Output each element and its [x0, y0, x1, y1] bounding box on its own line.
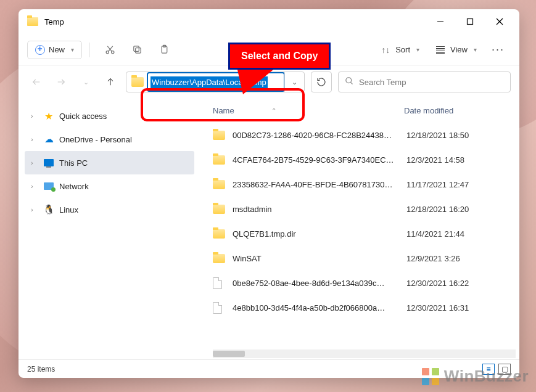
file-name: 4e8bb100-3d45-4f4a-a50b-db2f066800a… [233, 303, 406, 312]
file-row[interactable]: 0be8e752-08ae-4bee-8d6d-9e134a039c…12/30… [213, 271, 516, 295]
file-name: 4CFAE764-2B75-4529-9C63-3F9A7340EC… [233, 155, 406, 165]
folder-icon [213, 180, 226, 189]
cut-button[interactable] [97, 40, 122, 60]
back-button[interactable] [27, 73, 46, 91]
file-icon [213, 277, 226, 289]
file-row[interactable]: 00D82C73-1286-4020-96C8-FC28B24438…12/18… [213, 123, 516, 147]
file-name: QLQE7B1.tmp.dir [233, 229, 406, 239]
title-bar: Temp [19, 9, 519, 34]
chevron-down-icon: ▾ [71, 46, 74, 53]
separator [89, 43, 90, 57]
sort-indicator-icon: ⌃ [271, 107, 276, 114]
new-label: New [49, 45, 65, 54]
file-row[interactable]: 4e8bb100-3d45-4f4a-a50b-db2f066800a…12/3… [213, 295, 516, 320]
view-button[interactable]: View ▾ [428, 40, 483, 60]
file-rows[interactable]: 00D82C73-1286-4020-96C8-FC28B24438…12/18… [200, 123, 519, 349]
refresh-button[interactable] [311, 71, 332, 92]
file-date: 12/30/2021 16:31 [406, 303, 516, 312]
file-date: 11/17/2021 12:47 [406, 180, 516, 189]
sidebar-item-label: Network [59, 182, 89, 191]
file-name: msdtadmin [233, 205, 406, 214]
file-name: WinSAT [233, 254, 406, 263]
file-name: 00D82C73-1286-4020-96C8-FC28B24438… [233, 131, 406, 140]
sort-button[interactable]: ↑↓ Sort ▾ [373, 40, 426, 60]
window-title: Temp [44, 17, 64, 27]
paste-button[interactable] [152, 40, 176, 60]
chevron-right-icon: › [31, 136, 38, 143]
annotation-label: Select and Copy [228, 43, 331, 70]
watermark-logo-icon [422, 368, 439, 385]
scrollbar-thumb[interactable] [213, 351, 245, 357]
svg-rect-9 [133, 46, 139, 52]
recent-button[interactable]: ⌄ [76, 73, 95, 91]
chevron-down-icon: ⌄ [292, 78, 297, 86]
file-row[interactable]: WinSAT12/9/2021 3:26 [213, 246, 516, 271]
view-label: View [450, 45, 468, 54]
svg-line-6 [108, 46, 112, 52]
sidebar-item-onedrive[interactable]: › ☁ OneDrive - Personal [25, 128, 194, 151]
file-date: 12/30/2021 16:22 [406, 279, 516, 288]
close-button[interactable] [485, 9, 514, 34]
chevron-down-icon: ▾ [416, 46, 419, 53]
more-button[interactable]: ··· [485, 39, 511, 60]
file-name: 23358632-FA4A-40FE-BFDE-4B60781730… [233, 180, 406, 189]
sort-label: Sort [395, 45, 410, 54]
sidebar-item-network[interactable]: › Network [25, 174, 194, 198]
search-input[interactable] [359, 78, 504, 87]
monitor-icon [43, 157, 54, 168]
forward-button[interactable] [52, 73, 70, 91]
plus-circle-icon [35, 45, 45, 55]
file-row[interactable]: 4CFAE764-2B75-4529-9C63-3F9A7340EC…12/3/… [213, 147, 516, 172]
file-explorer-window: Temp New ▾ [19, 9, 519, 378]
file-date: 12/9/2021 3:26 [406, 254, 516, 263]
folder-icon [213, 155, 226, 165]
chevron-down-icon: ▾ [474, 46, 477, 53]
minimize-button[interactable] [426, 9, 455, 34]
item-count: 25 items [27, 365, 55, 374]
file-row[interactable]: 23358632-FA4A-40FE-BFDE-4B60781730…11/17… [213, 172, 516, 197]
svg-line-16 [350, 82, 352, 84]
cut-icon [104, 44, 116, 56]
search-icon [345, 76, 354, 88]
copy-icon [131, 44, 143, 56]
file-icon [213, 302, 226, 314]
chevron-right-icon: › [31, 159, 38, 166]
svg-rect-1 [468, 19, 473, 25]
address-history-button[interactable]: ⌄ [284, 72, 304, 92]
column-headers: Name ⌃ Date modified [200, 98, 519, 123]
watermark-text: WinBuzzer [444, 367, 529, 386]
cloud-icon: ☁ [43, 134, 54, 145]
sidebar-item-label: OneDrive - Personal [59, 135, 132, 144]
maximize-button[interactable] [455, 9, 485, 34]
sort-icon: ↑↓ [379, 44, 392, 56]
more-icon: ··· [492, 43, 505, 56]
star-icon: ★ [43, 110, 54, 121]
paste-icon [158, 44, 170, 56]
sidebar-item-linux[interactable]: › 🐧 Linux [25, 198, 194, 221]
folder-icon [213, 205, 226, 214]
file-list: Name ⌃ Date modified 00D82C73-1286-4020-… [200, 98, 519, 359]
file-date: 11/4/2021 21:44 [406, 229, 516, 239]
column-date[interactable]: Date modified [404, 106, 507, 115]
sidebar-item-this-pc[interactable]: › This PC [25, 151, 194, 174]
svg-line-7 [107, 46, 112, 52]
folder-icon [213, 131, 226, 140]
file-row[interactable]: msdtadmin12/18/2021 16:20 [213, 197, 516, 221]
linux-icon: 🐧 [43, 204, 54, 215]
search-box[interactable] [338, 71, 511, 92]
svg-marker-17 [237, 67, 276, 94]
chevron-right-icon: › [31, 182, 38, 190]
horizontal-scrollbar[interactable] [213, 349, 516, 358]
column-name[interactable]: Name ⌃ [213, 106, 404, 115]
sidebar-item-quick-access[interactable]: › ★ Quick access [25, 104, 194, 128]
chevron-right-icon: › [31, 112, 38, 120]
view-icon [434, 44, 447, 56]
new-button[interactable]: New ▾ [27, 41, 82, 59]
copy-button[interactable] [125, 40, 149, 60]
folder-icon [27, 17, 38, 26]
watermark: WinBuzzer [422, 367, 529, 386]
file-row[interactable]: QLQE7B1.tmp.dir11/4/2021 21:44 [213, 221, 516, 246]
chevron-right-icon: › [31, 206, 38, 213]
up-button[interactable] [101, 73, 120, 91]
folder-icon [131, 77, 144, 87]
